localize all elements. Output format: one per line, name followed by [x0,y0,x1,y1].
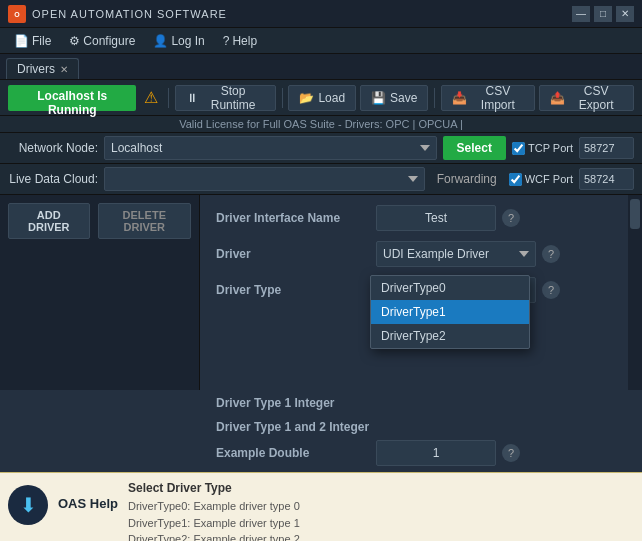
save-icon: 💾 [371,91,386,105]
help-title: Select Driver Type [128,481,634,495]
driver-interface-name-label: Driver Interface Name [216,211,376,225]
license-bar: Valid License for Full OAS Suite - Drive… [0,116,642,133]
oas-help-button[interactable]: ⬇ OAS Help [8,481,118,525]
toolbar: Localhost Is Running ⚠ ⏸ Stop Runtime 📂 … [0,80,642,116]
save-button[interactable]: 💾 Save [360,85,428,111]
network-node-row: Network Node: Localhost Select TCP Port [0,133,642,164]
csv-import-icon: 📥 [452,91,467,105]
warning-icon: ⚠ [140,86,161,110]
delete-driver-button[interactable]: DELETE DRIVER [98,203,191,239]
dropdown-item-2[interactable]: DriverType2 [371,324,529,348]
right-panel: Driver Interface Name ? Driver UDI Examp… [200,195,642,390]
toolbar-separator-2 [282,88,283,108]
oas-help-icon-circle: ⬇ [8,485,48,525]
wcf-checkbox[interactable] [509,173,522,186]
form-row-dt12-integer: Driver Type 1 and 2 Integer [216,420,626,434]
main-content: ADD DRIVER DELETE DRIVER Driver Interfac… [0,195,642,390]
status-button[interactable]: Localhost Is Running [8,85,136,111]
wcf-port-input[interactable] [579,168,634,190]
extra-form-rows: Driver Type 1 Integer Driver Type 1 and … [0,390,642,472]
close-button[interactable]: ✕ [616,6,634,22]
help-line-2: DriverType2: Example driver type 2 [128,531,634,541]
example-double-input[interactable] [376,440,496,466]
window-controls[interactable]: — □ ✕ [572,6,634,22]
menu-help[interactable]: ? Help [215,32,265,50]
gear-icon: ⚙ [69,34,80,48]
csv-export-icon: 📤 [550,91,565,105]
example-double-help-icon[interactable]: ? [502,444,520,462]
svg-text:O: O [14,11,20,18]
stop-runtime-button[interactable]: ⏸ Stop Runtime [175,85,276,111]
driver-interface-name-input[interactable] [376,205,496,231]
toolbar-separator-1 [168,88,169,108]
scrollbar[interactable] [628,195,642,390]
menu-configure[interactable]: ⚙ Configure [61,32,143,50]
cloud-select[interactable] [104,167,425,191]
tcp-port-input[interactable] [579,137,634,159]
scroll-thumb[interactable] [630,199,640,229]
driver-interface-help-icon[interactable]: ? [502,209,520,227]
file-icon: 📄 [14,34,29,48]
form-row-example-double: Example Double ? [216,440,626,466]
dt1-integer-label: Driver Type 1 Integer [216,396,376,410]
dropdown-item-0[interactable]: DriverType0 [371,276,529,300]
cloud-label: Live Data Cloud: [8,172,98,186]
live-data-cloud-row: Live Data Cloud: Forwarding WCF Port [0,164,642,195]
download-icon: ⬇ [20,493,37,517]
csv-import-button[interactable]: 📥 CSV Import [441,85,535,111]
form-row-driver-interface-name: Driver Interface Name ? [216,205,626,231]
network-node-select[interactable]: Localhost [104,136,437,160]
help-line-1: DriverType1: Example driver type 1 [128,515,634,532]
pause-icon: ⏸ [186,91,198,105]
tab-bar: Drivers ✕ [0,54,642,80]
title-bar: O OPEN AUTOMATION SOFTWARE — □ ✕ [0,0,642,28]
csv-export-button[interactable]: 📤 CSV Export [539,85,634,111]
tab-drivers[interactable]: Drivers ✕ [6,58,79,79]
user-icon: 👤 [153,34,168,48]
minimize-button[interactable]: — [572,6,590,22]
app-logo: O [8,5,26,23]
driver-help-icon[interactable]: ? [542,245,560,263]
form-row-driver: Driver UDI Example Driver ? [216,241,626,267]
tab-close-icon[interactable]: ✕ [60,64,68,75]
menu-bar: 📄 File ⚙ Configure 👤 Log In ? Help [0,28,642,54]
load-button[interactable]: 📂 Load [288,85,356,111]
menu-login[interactable]: 👤 Log In [145,32,212,50]
driver-label: Driver [216,247,376,261]
driver-type-help-icon[interactable]: ? [542,281,560,299]
help-menu-icon: ? [223,34,230,48]
forwarding-label: Forwarding [431,172,503,186]
tcp-port-label: TCP Port [512,142,573,155]
add-driver-button[interactable]: ADD DRIVER [8,203,90,239]
wcf-port-label: WCF Port [509,173,573,186]
tcp-checkbox[interactable] [512,142,525,155]
app-title: OPEN AUTOMATION SOFTWARE [32,8,572,20]
driver-select[interactable]: UDI Example Driver [376,241,536,267]
maximize-button[interactable]: □ [594,6,612,22]
load-icon: 📂 [299,91,314,105]
oas-help-label: OAS Help [58,496,118,511]
example-double-label: Example Double [216,446,376,460]
select-button[interactable]: Select [443,136,506,160]
form-row-dt1-integer: Driver Type 1 Integer [216,396,626,410]
help-text-area: Select Driver Type DriverType0: Example … [128,481,634,541]
left-panel: ADD DRIVER DELETE DRIVER [0,195,200,390]
toolbar-separator-3 [434,88,435,108]
menu-file[interactable]: 📄 File [6,32,59,50]
network-node-label: Network Node: [8,141,98,155]
dropdown-item-1[interactable]: DriverType1 [371,300,529,324]
driver-type-dropdown: DriverType0 DriverType1 DriverType2 [370,275,530,349]
driver-type-label: Driver Type [216,283,376,297]
help-line-0: DriverType0: Example driver type 0 [128,498,634,515]
help-panel: ⬇ OAS Help Select Driver Type DriverType… [0,472,642,541]
dt12-integer-label: Driver Type 1 and 2 Integer [216,420,376,434]
